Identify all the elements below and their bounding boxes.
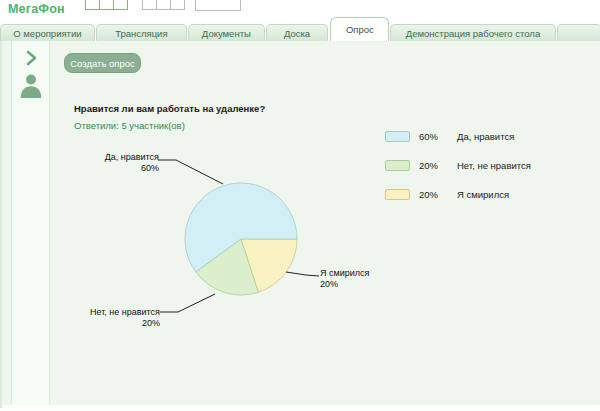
layout-cell[interactable] xyxy=(99,0,114,10)
tab-board[interactable]: Доска xyxy=(266,24,328,41)
callout-line xyxy=(286,272,319,276)
legend-swatch xyxy=(385,189,410,200)
tab-screen-share[interactable]: Демонстрация рабочего стола xyxy=(390,24,555,41)
legend-row: 20% Я смирился xyxy=(385,180,531,209)
pie-slices xyxy=(185,183,297,295)
callout-line xyxy=(158,160,223,184)
tab-bar: О мероприятии Трансляция Документы Доска… xyxy=(0,22,600,41)
tab-label: Опрос xyxy=(346,24,374,35)
sidebar-participants-button[interactable] xyxy=(12,71,49,105)
tab-label: Демонстрация рабочего стола xyxy=(406,28,540,39)
tab-poll[interactable]: Опрос xyxy=(330,17,389,41)
pie-slice xyxy=(196,239,259,295)
create-poll-button[interactable]: Создать опрос xyxy=(64,53,141,73)
callout-yes: Да, нравится 60% xyxy=(51,152,159,173)
callout-line xyxy=(160,294,215,312)
tab-label: Документы xyxy=(202,28,251,39)
legend-pct: 60% xyxy=(419,131,448,142)
app-header: МегаФон xyxy=(0,0,600,22)
layout-switcher-gray[interactable] xyxy=(142,0,184,10)
callout-pct: 20% xyxy=(320,279,369,290)
tab-broadcast[interactable]: Трансляция xyxy=(96,24,187,41)
tab-about[interactable]: О мероприятии xyxy=(0,24,95,41)
app-window: МегаФон О мероприятии Трансляция Докумен… xyxy=(0,0,600,411)
callout-label: Я смирился xyxy=(320,268,369,279)
callout-label: Нет, не нравится xyxy=(51,307,160,318)
tab-label: Доска xyxy=(284,28,310,39)
layout-switcher-green[interactable] xyxy=(85,0,127,10)
legend-swatch xyxy=(385,131,410,142)
callout-pct: 20% xyxy=(51,318,160,329)
chevron-right-icon xyxy=(23,50,39,66)
sidebar-expand-button[interactable] xyxy=(12,50,49,70)
legend-label: Я смирился xyxy=(457,189,509,200)
tab-label: О мероприятии xyxy=(13,28,81,39)
legend-pct: 20% xyxy=(419,189,448,200)
pie-slice xyxy=(241,239,297,292)
legend-swatch xyxy=(385,160,410,171)
layout-cell[interactable] xyxy=(156,0,171,10)
tab-filler xyxy=(557,24,600,41)
callout-resigned: Я смирился 20% xyxy=(320,268,369,289)
layout-cell[interactable] xyxy=(142,0,157,10)
megafon-logo: МегаФон xyxy=(8,2,65,16)
callout-pct: 60% xyxy=(51,163,159,174)
legend-row: 20% Нет, не нравится xyxy=(385,151,531,180)
content-area: Создать опрос Нравится ли вам работать н… xyxy=(0,41,600,408)
callout-no: Нет, не нравится 20% xyxy=(51,307,160,328)
callout-label: Да, нравится xyxy=(51,152,159,163)
layout-cell[interactable] xyxy=(170,0,185,10)
legend-pct: 20% xyxy=(419,160,448,171)
poll-panel: Создать опрос Нравится ли вам работать н… xyxy=(51,41,600,408)
poll-answered-count: Ответили: 5 участник(ов) xyxy=(74,120,185,131)
bottom-edge xyxy=(2,405,600,408)
tab-documents[interactable]: Документы xyxy=(188,24,265,41)
chart-legend: 60% Да, нравится 20% Нет, не нравится 20… xyxy=(385,122,531,209)
legend-label: Да, нравится xyxy=(457,131,514,142)
person-icon xyxy=(18,71,44,101)
tab-label: Трансляция xyxy=(115,28,167,39)
poll-question: Нравится ли вам работать на удаленке? xyxy=(74,103,265,114)
pie-slice xyxy=(185,183,297,272)
layout-switcher-wide[interactable] xyxy=(195,0,241,11)
legend-row: 60% Да, нравится xyxy=(385,122,531,151)
sidebar xyxy=(11,41,50,408)
layout-cell[interactable] xyxy=(85,0,100,10)
layout-cell[interactable] xyxy=(113,0,128,10)
legend-label: Нет, не нравится xyxy=(457,160,531,171)
